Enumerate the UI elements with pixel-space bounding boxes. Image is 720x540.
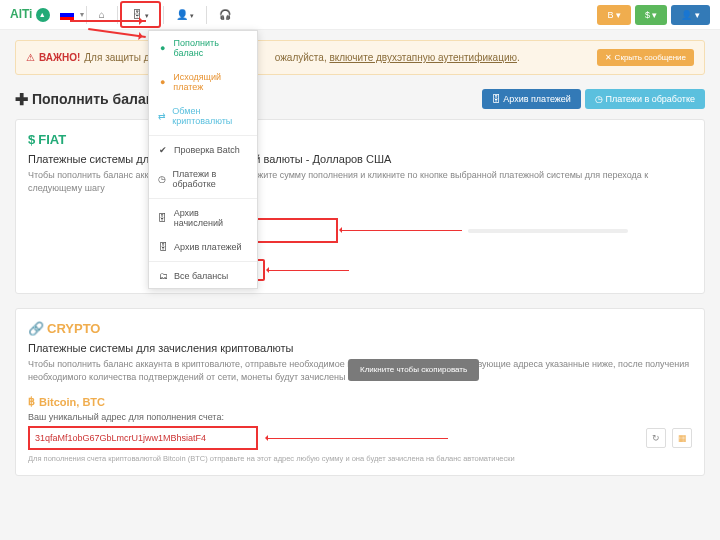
dd-payments-archive[interactable]: 🗄Архив платежей [149,235,257,259]
fiat-subtitle: Платежные системы длxxxxxxxxxxxxxxxxxxой… [28,153,692,165]
archive-icon: 🗄 [158,242,168,252]
chevron-down-icon: ▾ [80,10,84,19]
dd-batch[interactable]: ✔Проверка Batch [149,138,257,162]
crypto-heading: 🔗CRYPTO [28,321,692,336]
wallet-icon: 🗂 [158,271,168,281]
exchange-icon: ⇄ [158,111,166,121]
brand-logo: AlTi [10,7,50,22]
top-btn-user[interactable]: 👤 ▾ [671,5,710,25]
scrollbar[interactable] [468,229,628,233]
wallet-dropdown: ●Пополнить баланс ●Исходящий платеж ⇄Обм… [148,30,258,289]
copy-address-button[interactable]: Кликните чтобы скопировать [348,359,479,381]
annotation-arrow [342,230,462,231]
check-icon: ✔ [158,145,168,155]
archive-icon: 🗄 [158,213,168,223]
nav-support[interactable]: 🎧 [209,3,241,26]
dd-accruals[interactable]: 🗄Архив начислений [149,201,257,235]
crypto-card: 🔗CRYPTO Платежные системы для зачисления… [15,308,705,476]
page-title: ✚Пополнить баланс [15,90,162,109]
btc-heading: ฿Bitcoin, BTC [28,395,692,408]
dd-topup[interactable]: ●Пополнить баланс [149,31,257,65]
crypto-subtitle: Платежные системы для зачисления криптов… [28,342,692,354]
nav-home[interactable]: ⌂ [89,3,115,26]
processing-payments-button[interactable]: ◷ Платежи в обработке [585,89,705,109]
refresh-button[interactable]: ↻ [646,428,666,448]
qr-button[interactable]: ▦ [672,428,692,448]
address-label: Ваш уникальный адрес для пополнения счет… [28,412,692,422]
dd-exchange[interactable]: ⇄Обмен криптовалюты [149,99,257,133]
alert-dismiss[interactable]: ✕ Скрыть сообщение [597,49,694,66]
nav-user[interactable]: 👤 ▾ [166,3,205,26]
dollar-icon: $ [28,132,35,147]
address-note: Для пополнения счета криптовалютой Bitco… [28,454,692,463]
plus-icon: ✚ [15,90,28,109]
top-btn-s[interactable]: $ ▾ [635,5,668,25]
top-btn-b[interactable]: B ▾ [597,5,631,25]
dd-outgoing[interactable]: ●Исходящий платеж [149,65,257,99]
fiat-card: $FIAT Платежные системы длxxxxxxxxxxxxxx… [15,119,705,294]
alert-link-2fa[interactable]: включите двухэтапную аутентификацию [329,52,517,63]
warning-icon: ⚠ [26,52,35,63]
nav-wallet[interactable]: 🗄 ▾ [120,1,161,28]
bitcoin-icon: ฿ [28,395,35,408]
archive-payments-button[interactable]: 🗄 Архив платежей [482,89,581,109]
security-alert: ⚠ ВАЖНО! Для защиты достуxxxxxxxxxxxxxxx… [15,40,705,75]
fiat-desc: Чтобы пополнить баланс аккаxxxxxxxxxxxxx… [28,169,692,194]
fiat-heading: $FIAT [28,132,692,147]
plus-icon: ● [158,43,168,53]
annotation-arrow [269,270,349,271]
dd-balances[interactable]: 🗂Все балансы [149,264,257,288]
dd-processing[interactable]: ◷Платежи в обработке [149,162,257,196]
flag-ru[interactable] [60,10,74,20]
annotation-arrow [268,438,448,439]
clock-icon: ◷ [158,174,166,184]
chain-icon: 🔗 [28,321,44,336]
minus-icon: ● [158,77,167,87]
btc-address-input[interactable] [28,426,258,450]
alert-strong: ВАЖНО! [39,52,80,63]
